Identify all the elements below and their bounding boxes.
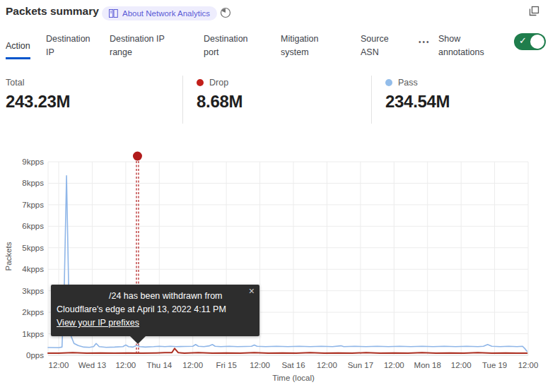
- check-icon: ✓: [519, 35, 527, 46]
- drop-legend-dot: [197, 79, 204, 86]
- about-network-analytics-badge[interactable]: About Network Analytics: [102, 6, 217, 20]
- stat-value: 8.68M: [197, 92, 243, 112]
- stat-label: Total: [6, 78, 24, 88]
- svg-text:2kpps: 2kpps: [22, 308, 44, 316]
- svg-text:12:00: 12:00: [115, 361, 136, 369]
- tab-destination-ip[interactable]: Destination IP: [46, 32, 97, 59]
- svg-text:Sun 17: Sun 17: [348, 361, 373, 369]
- svg-text:7kpps: 7kpps: [22, 201, 44, 209]
- close-icon[interactable]: ×: [249, 286, 255, 296]
- stat-value: 234.54M: [385, 92, 450, 112]
- svg-text:Time (local): Time (local): [272, 374, 315, 382]
- svg-text:12:00: 12:00: [182, 361, 203, 369]
- svg-text:0pps: 0pps: [26, 351, 44, 360]
- packets-chart-svg[interactable]: 0pps1kpps2kpps3kpps4kpps5kpps6kpps7kpps8…: [0, 145, 555, 392]
- svg-text:8kpps: 8kpps: [22, 179, 44, 187]
- svg-text:Wed 13: Wed 13: [78, 361, 106, 369]
- stat-divider: [182, 76, 183, 124]
- svg-text:Mon 18: Mon 18: [414, 361, 441, 369]
- svg-text:12:00: 12:00: [384, 361, 404, 369]
- pass-legend-dot: [385, 79, 392, 86]
- svg-text:Tue 19: Tue 19: [482, 361, 507, 369]
- stat-total: Total 243.23M: [6, 78, 70, 112]
- more-tabs-icon[interactable]: •••: [419, 38, 431, 46]
- popout-icon[interactable]: [529, 6, 539, 19]
- view-ip-prefixes-link[interactable]: View your IP prefixes: [57, 318, 139, 328]
- stat-value: 243.23M: [6, 92, 70, 112]
- annotation-tooltip: × /24 has been withdrawn from Cloudflare…: [51, 285, 259, 336]
- show-annotations-toggle[interactable]: ✓: [514, 33, 546, 50]
- svg-text:12:00: 12:00: [250, 361, 270, 369]
- book-icon: [109, 9, 118, 18]
- stat-divider: [371, 76, 372, 124]
- badge-label: About Network Analytics: [122, 9, 210, 18]
- svg-text:6kpps: 6kpps: [22, 222, 44, 230]
- svg-text:Sat 16: Sat 16: [281, 361, 305, 369]
- svg-text:4kpps: 4kpps: [22, 265, 44, 273]
- stat-drop: Drop 8.68M: [197, 78, 243, 112]
- page-title: Packets summary: [6, 5, 99, 18]
- tooltip-caret: [130, 336, 146, 344]
- svg-text:12:00: 12:00: [451, 361, 472, 369]
- annotation-message: /24 has been withdrawn from Cloudflare's…: [57, 290, 252, 316]
- svg-text:12:00: 12:00: [518, 361, 539, 369]
- show-annotations-label: Show annotations: [438, 32, 495, 59]
- toggle-knob: [530, 35, 544, 49]
- svg-text:12:00: 12:00: [317, 361, 337, 369]
- svg-text:3kpps: 3kpps: [22, 287, 44, 295]
- stat-pass: Pass 234.54M: [385, 78, 450, 112]
- svg-text:1kpps: 1kpps: [22, 330, 44, 338]
- svg-text:Thu 14: Thu 14: [146, 361, 172, 369]
- svg-text:Packets: Packets: [4, 242, 13, 271]
- stat-label: Drop: [209, 78, 228, 88]
- stat-label: Pass: [398, 78, 418, 88]
- svg-text:5kpps: 5kpps: [22, 244, 44, 252]
- tab-destination-ip-range[interactable]: Destination IP range: [110, 32, 175, 59]
- packets-summary-panel: Packets summary About Network Analytics …: [0, 0, 555, 392]
- svg-text:12:00: 12:00: [49, 361, 69, 369]
- tab-source-asn[interactable]: Source ASN: [361, 32, 395, 59]
- svg-text:Fri 15: Fri 15: [216, 361, 236, 369]
- tab-destination-port[interactable]: Destination port: [204, 32, 257, 59]
- tab-action[interactable]: Action: [6, 40, 30, 59]
- time-period-icon[interactable]: [220, 7, 231, 21]
- packets-chart[interactable]: 0pps1kpps2kpps3kpps4kpps5kpps6kpps7kpps8…: [0, 145, 555, 392]
- tab-mitigation-system[interactable]: Mitigation system: [281, 32, 330, 59]
- svg-text:9kpps: 9kpps: [22, 158, 44, 166]
